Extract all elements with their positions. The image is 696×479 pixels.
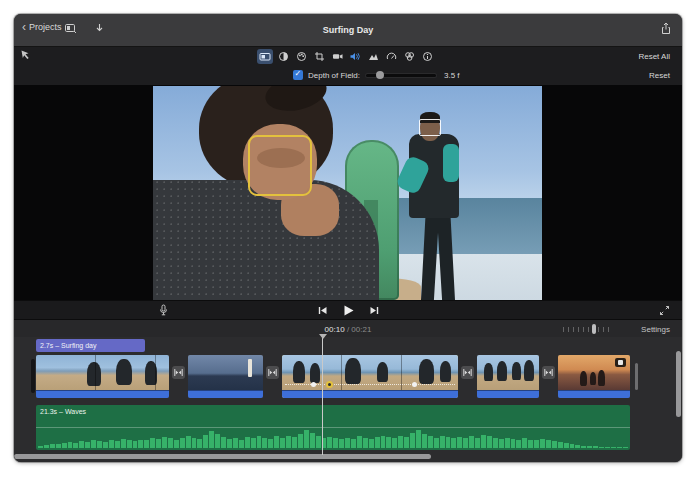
waveform-bar [511,439,516,448]
timeline-zoom-slider[interactable] [563,325,609,334]
depth-slider-thumb[interactable] [376,71,384,79]
waveform-bar [457,437,462,448]
play-button-icon[interactable] [342,304,355,317]
video-preview[interactable] [153,86,542,300]
waveform-bar [150,438,155,448]
waveform-bar [316,436,321,448]
waveform-bar [227,439,232,448]
video-clip-3-selected[interactable] [282,355,458,398]
tool-volume-icon[interactable] [347,49,363,64]
trim-handle-right[interactable] [635,363,638,390]
tool-clip-filter-audio-effects-icon[interactable] [401,49,417,64]
pointer-tool-icon[interactable] [20,49,31,60]
share-button[interactable] [660,22,672,35]
waveform-bar [192,438,197,448]
vertical-scrollbar[interactable] [676,351,681,417]
waveform-bar [50,444,55,448]
video-clip-2[interactable] [188,355,263,398]
video-clip-1[interactable] [36,355,169,398]
waveform-bar [623,447,628,448]
title-overlay-clip[interactable]: 2.7s – Surfing day [36,339,145,352]
waveform-bar [56,444,61,448]
waveform-bar [262,438,267,448]
waveform-bar [534,440,539,448]
keyframe-dot[interactable] [412,382,417,387]
share-icon [660,22,672,35]
waveform-bar [197,439,202,448]
clip-audio-strip [477,390,539,398]
playback-controls [14,304,682,317]
tool-speed-icon[interactable] [383,49,399,64]
transport-bar [14,300,682,319]
waveform-bar [333,438,338,448]
audio-waveform [38,428,628,448]
waveform-bar [451,438,456,448]
video-clip-4[interactable] [477,355,539,398]
transition-icon[interactable] [542,366,555,379]
tool-color-balance-icon[interactable] [275,49,291,64]
waveform-bar [546,440,551,448]
reset-button[interactable]: Reset [649,71,670,80]
waveform-bar [357,436,362,448]
depth-value: 3.5 f [444,71,460,80]
waveform-bar [174,440,179,448]
person-silhouette [484,363,493,381]
skip-forward-icon[interactable] [369,305,380,316]
waveform-bar [392,438,397,448]
waveform-bar [209,431,214,448]
tool-clip-information-icon[interactable] [419,49,435,64]
waveform-bar [44,445,49,448]
timeline-settings-button[interactable]: Settings [641,325,670,334]
face-detection-box-secondary[interactable] [419,119,441,136]
keyframe-dot[interactable] [311,382,316,387]
adjust-tool-row: Reset All [14,47,682,66]
tool-stabilization-icon[interactable] [329,49,345,64]
waveform-bar [599,447,604,448]
waveform-bar [481,435,486,448]
background-audio-clip[interactable]: 21.3s – Waves [36,405,630,450]
transition-icon[interactable] [461,366,474,379]
thumbnail-dividers [36,355,169,390]
imovie-window: ‹ Projects Surfing Day [14,14,682,462]
waveform-bar [404,437,409,448]
waveform-bar [103,442,108,448]
waveform-bar [369,439,374,448]
waveform-bar [91,440,96,448]
tool-noise-reduction-equalizer-icon[interactable] [365,49,381,64]
transition-icon[interactable] [266,366,279,379]
tool-cropping-icon[interactable] [311,49,327,64]
timecode-separator: / [347,325,349,334]
clip-thumbnail [188,355,263,390]
trim-handle-left[interactable] [31,359,35,393]
clip-thumbnail [558,355,630,390]
keyframe-dot-selected[interactable] [326,381,333,388]
timeline-header: 00:10 / 00:21 Settings [14,319,682,337]
face-detection-box-selected[interactable] [248,135,312,196]
tool-video-overlay-settings[interactable] [257,49,273,64]
waveform-bar [499,439,504,448]
waveform-bar [327,437,332,448]
horizontal-scrollbar[interactable] [14,454,431,459]
waveform-bar [286,436,291,448]
tool-color-correction-icon[interactable] [293,49,309,64]
depth-slider[interactable] [366,74,436,77]
waveform-bar [487,436,492,448]
waveform-bar [570,444,575,448]
playhead[interactable] [322,337,323,455]
skip-back-icon[interactable] [317,305,328,316]
fullscreen-button[interactable] [659,305,670,316]
waveform-bar [475,438,480,448]
depth-checkbox[interactable] [293,70,303,80]
reset-all-button[interactable]: Reset All [638,52,670,61]
waveform-bar [416,430,421,448]
waveform-bar [180,438,185,448]
video-clip-5[interactable] [558,355,630,398]
waveform-bar [540,439,545,448]
waveform-bar [617,447,622,448]
timeline-zoom-thumb[interactable] [592,324,596,334]
person-silhouette [590,372,596,385]
keyframe-line [285,384,455,389]
ocean [378,198,542,260]
person-silhouette [580,371,587,386]
transition-icon[interactable] [172,366,185,379]
